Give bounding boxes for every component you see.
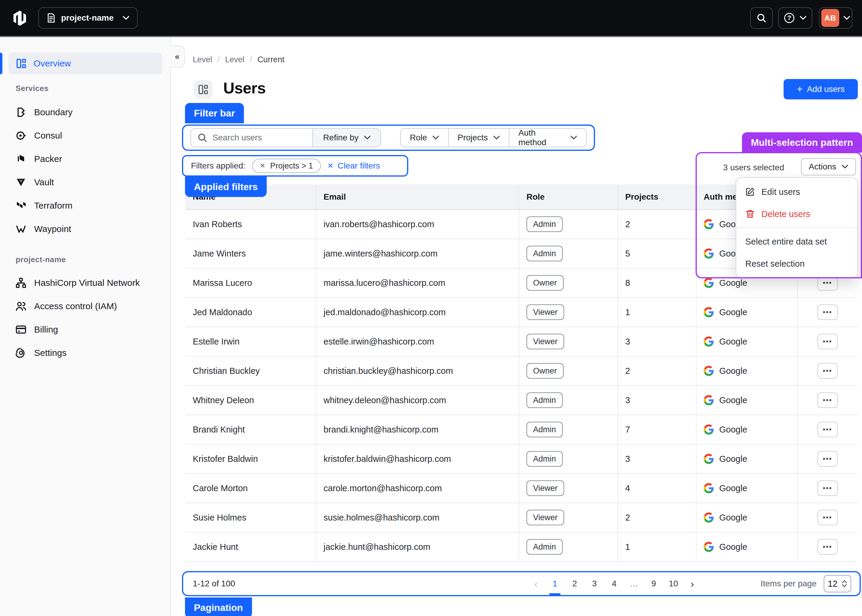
sidebar-collapse-button[interactable]: « xyxy=(170,46,185,68)
google-icon xyxy=(703,366,714,376)
auth-method-cell: Google xyxy=(703,395,790,405)
name-cell: Jame Winters xyxy=(185,239,316,268)
name-cell: Jackie Hunt xyxy=(185,532,316,561)
name-cell: Marissa Lucero xyxy=(185,268,316,297)
add-users-button[interactable]: + Add users xyxy=(783,79,858,99)
row-overflow-menu-button[interactable]: ••• xyxy=(817,539,838,555)
role-badge: Owner xyxy=(526,275,564,291)
project-switcher-button[interactable]: project-name xyxy=(38,7,138,29)
previous-page-icon[interactable]: ‹ xyxy=(527,575,545,592)
row-overflow-menu-button[interactable]: ••• xyxy=(817,334,838,349)
search-users-input[interactable] xyxy=(212,133,302,143)
projects-cell: 3 xyxy=(618,444,696,473)
auth-method-cell: Google xyxy=(703,512,790,523)
sidebar-item[interactable]: HashiCorp Virtual Network xyxy=(0,271,171,294)
filter-dropdown[interactable]: Auth method xyxy=(509,129,586,147)
google-icon xyxy=(703,219,714,229)
email-cell: jame.winters@hashicorp.com xyxy=(316,239,519,268)
sidebar-item[interactable]: Vault xyxy=(0,171,171,194)
global-search-button[interactable] xyxy=(750,7,773,29)
sidebar-item[interactable]: Terraform xyxy=(0,194,171,217)
sidebar-item[interactable]: Boundary xyxy=(0,101,171,124)
project-item-icon xyxy=(16,278,26,288)
service-icon xyxy=(16,200,26,211)
page-number[interactable]: 3 xyxy=(584,575,604,592)
chevron-down-icon xyxy=(364,135,371,140)
chevron-down-icon xyxy=(843,16,850,20)
page-number[interactable]: 2 xyxy=(565,575,584,592)
pagination-bar: 1-12 of 100 ‹ 1234…910 › Items per page … xyxy=(182,571,861,596)
search-icon xyxy=(198,133,207,143)
role-badge: Viewer xyxy=(526,334,564,349)
breadcrumb: Level / Level / Current / xyxy=(193,55,284,64)
clear-filters-link[interactable]: ✕ Clear filters xyxy=(327,161,380,171)
sidebar-item[interactable]: Access control (IAM) xyxy=(0,294,171,318)
auth-method-cell: Google xyxy=(703,454,790,464)
sidebar-item[interactable]: Billing xyxy=(0,318,171,341)
role-badge: Admin xyxy=(526,246,563,261)
filter-dropdown[interactable]: Projects xyxy=(448,129,509,147)
row-overflow-menu-button[interactable]: ••• xyxy=(817,510,838,525)
name-cell: Susie Holmes xyxy=(185,503,316,532)
service-icon xyxy=(16,223,26,234)
sidebar-item[interactable]: Settings xyxy=(0,341,171,365)
filter-tag[interactable]: ✕ Projects > 1 xyxy=(252,159,321,173)
menu-item[interactable]: Reset selection xyxy=(736,253,857,275)
sidebar-item-overview[interactable]: Overview xyxy=(8,53,162,74)
menu-item[interactable]: Edit users xyxy=(736,181,857,203)
service-icon xyxy=(16,107,26,118)
project-list: HashiCorp Virtual Network Access control… xyxy=(0,271,171,365)
menu-item[interactable]: Delete users xyxy=(736,203,857,225)
auth-method-cell: Google xyxy=(703,307,790,317)
actions-dropdown-button[interactable]: Actions xyxy=(801,158,856,175)
table-row: Susie Holmes susie.holmes@hashicorp.com … xyxy=(185,503,857,532)
row-overflow-menu-button[interactable]: ••• xyxy=(817,422,838,437)
filter-dropdown[interactable]: Role xyxy=(401,129,448,147)
email-cell: marissa.lucero@hashicorp.com xyxy=(316,268,519,297)
sidebar-item-label: Settings xyxy=(34,348,66,358)
next-page-icon[interactable]: › xyxy=(683,575,701,592)
chevron-down-icon xyxy=(570,135,577,140)
items-per-page-stepper[interactable]: 12 xyxy=(824,575,851,592)
role-badge: Viewer xyxy=(526,481,564,496)
email-cell: ivan.roberts@hashicorp.com xyxy=(316,209,519,239)
sidebar-item[interactable]: Packer xyxy=(0,147,171,171)
sidebar: Overview Services Boundary Consul Packer… xyxy=(0,37,171,616)
row-overflow-menu-button[interactable]: ••• xyxy=(817,481,838,496)
account-menu-button[interactable]: AB xyxy=(819,7,853,29)
help-menu-button[interactable]: ? xyxy=(778,7,812,29)
breadcrumb-item[interactable]: Level xyxy=(193,55,212,64)
breadcrumb-item[interactable]: Level xyxy=(225,55,245,64)
table-row: Whitney Deleon whitney.deleon@hashicorp.… xyxy=(185,385,857,415)
row-overflow-menu-button[interactable]: ••• xyxy=(817,393,838,408)
projects-cell: 4 xyxy=(618,473,696,503)
top-navbar: project-name ? AB xyxy=(0,0,862,36)
name-cell: Whitney Deleon xyxy=(185,385,316,415)
page-number[interactable]: 1 xyxy=(545,575,565,592)
sidebar-item[interactable]: Consul xyxy=(0,124,171,147)
row-overflow-menu-button[interactable]: ••• xyxy=(817,363,838,379)
page-number[interactable]: 9 xyxy=(644,575,664,592)
name-cell: Ivan Roberts xyxy=(185,209,316,239)
hashicorp-logo-icon xyxy=(12,10,28,26)
refine-by-dropdown[interactable]: Refine by xyxy=(312,129,380,147)
auth-method-cell: Google xyxy=(703,424,790,435)
projects-cell: 2 xyxy=(618,209,696,239)
page-number[interactable]: 4 xyxy=(604,575,624,592)
role-badge: Admin xyxy=(526,422,563,437)
selection-count: 3 users selected xyxy=(723,163,784,173)
projects-cell: 8 xyxy=(618,268,696,297)
page-number[interactable]: 10 xyxy=(664,575,683,592)
role-badge: Admin xyxy=(526,393,563,408)
help-icon: ? xyxy=(784,13,794,23)
menu-item[interactable]: Select entire data set xyxy=(736,231,857,253)
service-icon xyxy=(16,177,26,188)
sidebar-item[interactable]: Waypoint xyxy=(0,217,171,240)
column-header-role: Role xyxy=(519,184,618,209)
applied-filters-bar: Filters applied: ✕ Projects > 1 ✕ Clear … xyxy=(182,155,408,177)
row-overflow-menu-button[interactable]: ••• xyxy=(817,451,838,467)
google-icon xyxy=(703,483,714,493)
project-switcher-label: project-name xyxy=(61,13,114,23)
row-overflow-menu-button[interactable]: ••• xyxy=(817,305,838,320)
page-title: Users xyxy=(223,79,266,97)
